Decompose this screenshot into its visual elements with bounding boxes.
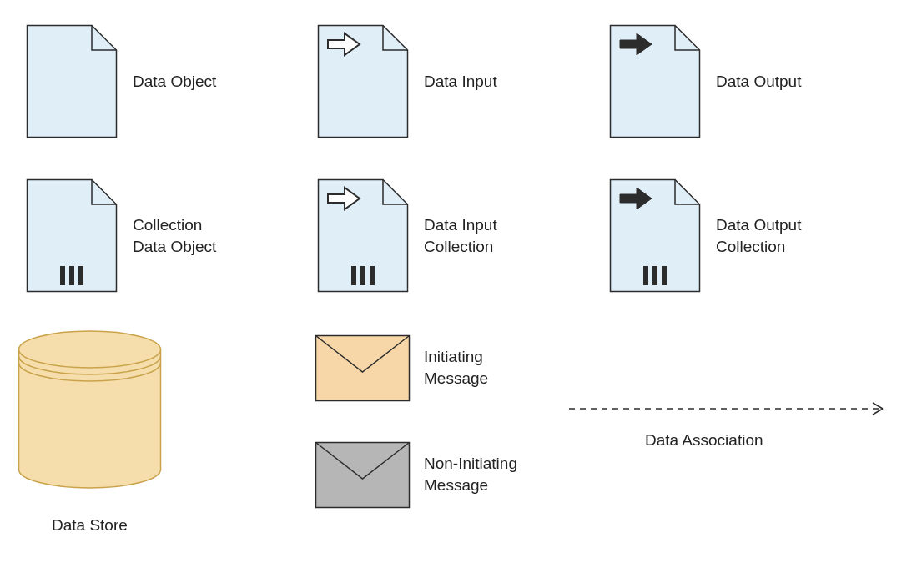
svg-rect-8 [662, 266, 667, 285]
svg-rect-2 [78, 266, 83, 285]
svg-rect-7 [652, 266, 657, 285]
data-input-icon [318, 25, 408, 138]
data-object-icon [27, 25, 117, 138]
svg-rect-1 [69, 266, 74, 285]
non-initiating-message-label: Non-Initiating Message [424, 453, 517, 495]
data-association-icon [567, 400, 897, 417]
data-output-label: Data Output [716, 71, 801, 93]
initiating-message-icon [315, 335, 410, 402]
svg-rect-14 [316, 336, 410, 401]
initiating-message-label: Initiating Message [424, 346, 488, 389]
data-input-collection-label: Data Input Collection [424, 214, 497, 257]
data-object-label: Data Object [133, 71, 216, 93]
svg-rect-5 [370, 266, 375, 285]
svg-rect-15 [316, 443, 410, 508]
svg-point-13 [19, 331, 161, 368]
collection-data-object-label: Collection Data Object [133, 214, 216, 257]
svg-rect-0 [60, 266, 65, 285]
non-initiating-message-icon [315, 442, 410, 509]
collection-data-object-icon [27, 179, 117, 292]
data-association-label: Data Association [645, 430, 763, 451]
data-input-label: Data Input [424, 71, 497, 93]
svg-rect-4 [360, 266, 365, 285]
data-store-label: Data Store [52, 515, 128, 536]
data-output-collection-label: Data Output Collection [716, 214, 801, 257]
bpmn-data-legend: Data Object Data Input Data Output Coll [0, 0, 922, 588]
svg-rect-3 [351, 266, 356, 285]
data-output-collection-icon [610, 179, 700, 292]
data-output-icon [610, 25, 700, 138]
data-store-icon [17, 329, 163, 496]
svg-rect-6 [643, 266, 648, 285]
data-input-collection-icon [318, 179, 408, 292]
